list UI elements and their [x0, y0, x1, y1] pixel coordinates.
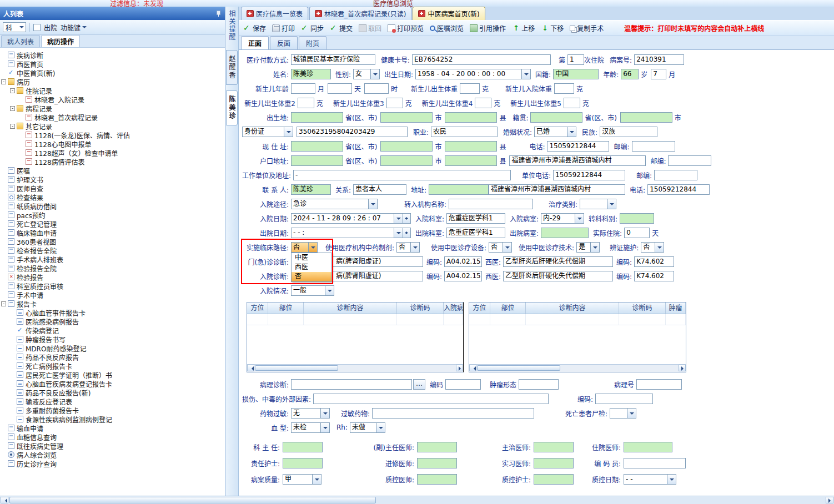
transfer-dept-input[interactable] — [620, 213, 654, 224]
chevron-down-icon[interactable] — [312, 474, 321, 485]
birthplace-province-input[interactable] — [291, 112, 343, 123]
tree-item[interactable]: 医院感染病例报告 — [1, 317, 224, 326]
tree-item[interactable]: 心脑血管疾病发病登记报告卡 — [1, 379, 224, 388]
tree-item[interactable]: 1128心电图申报单 — [1, 139, 224, 148]
chevron-down-icon[interactable] — [320, 408, 330, 419]
function-keys-button[interactable]: 功能键 — [61, 23, 88, 32]
tree-expander-icon[interactable] — [19, 150, 24, 155]
qc-date-select[interactable]: - - — [624, 474, 676, 485]
toolbar-button[interactable]: 取回 — [359, 23, 381, 33]
chevron-down-icon[interactable] — [284, 127, 293, 137]
tree-item[interactable]: 手术申请 — [1, 290, 224, 299]
tree-expander-icon[interactable] — [1, 213, 6, 218]
outpatient-western-code-input[interactable]: K74.602 — [634, 256, 674, 267]
scroll-left-icon[interactable] — [1, 497, 8, 503]
pathology-input[interactable] — [291, 379, 412, 390]
tree-item[interactable]: pacs预约 — [1, 210, 224, 219]
table-body[interactable] — [247, 314, 463, 364]
tree-expander-icon[interactable] — [1, 239, 6, 244]
related-reminder-tab[interactable]: 相关提醒 — [227, 7, 237, 44]
tree-expander-icon[interactable] — [1, 53, 6, 58]
attending-doctor-input[interactable] — [534, 442, 574, 452]
table-scrollbar[interactable] — [247, 364, 463, 372]
table-body[interactable] — [469, 314, 686, 364]
zip-input[interactable] — [632, 141, 675, 152]
chevron-down-icon[interactable] — [607, 199, 616, 209]
tree-item[interactable]: 输血申请 — [1, 424, 224, 432]
chevron-down-icon[interactable] — [320, 422, 330, 433]
tree-item[interactable]: 西医首页 — [1, 59, 224, 68]
tree-expander-icon[interactable] — [1, 168, 6, 173]
discharge-checkbox[interactable] — [33, 24, 41, 31]
tree-expander-icon[interactable] — [1, 248, 6, 253]
syndrome-care-select[interactable]: 否 — [641, 242, 664, 253]
toolbar-button[interactable]: 复制手术 — [570, 23, 604, 33]
toolbar-button[interactable]: 提交 — [330, 23, 353, 33]
tree-item[interactable]: 药品不良反应报告(新) — [1, 388, 224, 397]
tree-item[interactable]: 死亡病例报告卡 — [1, 361, 224, 370]
document-tab[interactable]: 医疗信息一览表 — [241, 7, 308, 20]
tree-item[interactable]: 血糖信息查询 — [1, 432, 224, 441]
tree-expander-icon[interactable] — [1, 177, 6, 182]
tree-expander-icon[interactable] — [10, 417, 15, 422]
native-place-city-input[interactable] — [620, 112, 672, 123]
contact-address-input[interactable]: 福建省漳州市漳浦县湖西镇城内村 — [489, 184, 625, 195]
admission-ward-select[interactable]: 内-29 — [541, 213, 584, 224]
tree-expander-icon[interactable] — [10, 328, 15, 333]
chevron-down-icon[interactable] — [325, 285, 334, 296]
id-type-select[interactable]: 身份证 — [242, 127, 293, 137]
toolbar-button[interactable]: 保存 — [243, 23, 266, 33]
patient-tab[interactable]: 陈美珍 — [226, 90, 238, 125]
scroll-left-icon[interactable] — [469, 365, 476, 371]
tree-item[interactable]: 医师自查 — [1, 184, 224, 193]
tree-item[interactable]: 临床输血申请 — [1, 228, 224, 237]
tree-item[interactable]: MDRO耐药感染登记 — [1, 344, 224, 352]
tree-expander-icon[interactable] — [1, 186, 6, 191]
tree-expander-icon[interactable] — [10, 337, 15, 342]
tree-item[interactable]: -住院记录 — [1, 86, 224, 95]
column-header[interactable]: 肿瘤 — [666, 303, 686, 314]
tree-expander-icon[interactable]: - — [1, 79, 6, 84]
table-scrollbar[interactable] — [469, 364, 686, 372]
autopsy-select[interactable] — [610, 408, 636, 419]
contact-address-area-input[interactable] — [429, 184, 489, 195]
tree-expander-icon[interactable] — [1, 461, 6, 466]
duty-nurse-input[interactable] — [283, 458, 323, 468]
work-zip-input[interactable] — [654, 170, 697, 180]
pathology-browse-button[interactable]: … — [413, 379, 425, 390]
scroll-right-icon[interactable] — [826, 497, 833, 503]
chevron-down-icon[interactable] — [655, 242, 664, 253]
scroll-right-icon[interactable] — [456, 365, 463, 371]
tree-expander-icon[interactable] — [10, 390, 15, 395]
chevron-down-icon[interactable] — [394, 213, 403, 224]
tree-item[interactable]: 肿瘤报告书写 — [1, 335, 224, 344]
panel-tab[interactable]: 病人列表 — [1, 35, 40, 47]
contact-phone-input[interactable]: 15059212844 — [647, 184, 710, 195]
coder-input[interactable] — [624, 458, 686, 468]
discharge-ward-input[interactable] — [541, 228, 589, 238]
tree-item[interactable]: -病程记录 — [1, 104, 224, 113]
tree-expander-icon[interactable] — [19, 159, 24, 164]
tree-item[interactable]: 检查报告全院 — [1, 246, 224, 255]
chevron-down-icon[interactable] — [667, 474, 676, 485]
tree-expander-icon[interactable] — [1, 221, 6, 226]
chevron-down-icon[interactable] — [590, 242, 600, 253]
tree-item[interactable]: 360患者视图 — [1, 237, 224, 246]
tree-expander-icon[interactable] — [1, 435, 6, 440]
tree-item[interactable]: 检验报告全院 — [1, 264, 224, 273]
injury-factor-input[interactable] — [313, 394, 549, 404]
tree-item[interactable]: 科室质控员审核 — [1, 281, 224, 290]
current-address-county-input[interactable] — [445, 141, 497, 152]
tree-expander-icon[interactable] — [10, 399, 15, 404]
outpatient-western-input[interactable]: 乙型肝炎后肝硬化失代偿期 — [503, 256, 613, 267]
tree-expander-icon[interactable] — [1, 266, 6, 271]
work-phone-input[interactable]: 15059212844 — [553, 170, 625, 180]
name-input[interactable]: 陈美珍 — [291, 69, 331, 79]
tree-item[interactable]: 食源性疾病病例监测病例登记 — [1, 415, 224, 424]
newborn-weight4-input[interactable] — [475, 98, 491, 108]
qc-doctor-input[interactable] — [417, 474, 457, 485]
chevron-down-icon[interactable] — [368, 199, 378, 209]
admission-date-input[interactable]: 2024 - 11 - 28 09 : 26 : 07 — [291, 213, 411, 224]
tree-expander-icon[interactable] — [19, 133, 24, 138]
column-header[interactable]: 诊断码 — [397, 303, 444, 314]
